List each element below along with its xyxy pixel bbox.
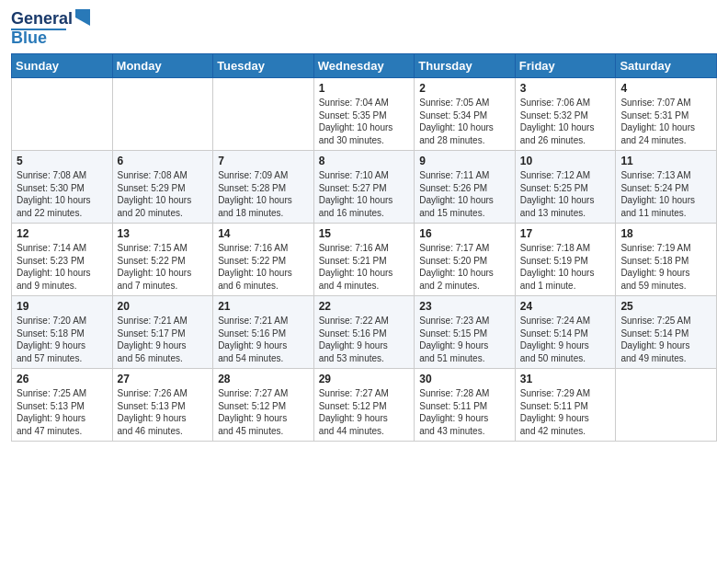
day-of-week-header: Saturday xyxy=(616,54,717,78)
calendar-day-cell: 15Sunrise: 7:16 AMSunset: 5:21 PMDayligh… xyxy=(313,224,415,296)
calendar-day-cell: 11Sunrise: 7:13 AMSunset: 5:24 PMDayligh… xyxy=(616,151,717,224)
calendar-day-cell xyxy=(616,369,717,442)
day-info: Sunrise: 7:11 AMSunset: 5:26 PMDaylight:… xyxy=(419,169,510,219)
calendar-day-cell: 27Sunrise: 7:26 AMSunset: 5:13 PMDayligh… xyxy=(112,369,213,442)
calendar-day-cell: 3Sunrise: 7:06 AMSunset: 5:32 PMDaylight… xyxy=(515,78,616,151)
calendar-day-cell xyxy=(12,78,113,151)
svg-marker-0 xyxy=(75,9,90,26)
day-number: 15 xyxy=(319,227,410,240)
day-of-week-header: Thursday xyxy=(415,54,516,78)
day-number: 1 xyxy=(319,82,410,95)
calendar-day-cell: 25Sunrise: 7:25 AMSunset: 5:14 PMDayligh… xyxy=(616,296,717,369)
day-info: Sunrise: 7:07 AMSunset: 5:31 PMDaylight:… xyxy=(620,97,711,146)
calendar-day-cell: 24Sunrise: 7:24 AMSunset: 5:14 PMDayligh… xyxy=(515,296,616,369)
day-number: 26 xyxy=(17,373,108,385)
day-info: Sunrise: 7:05 AMSunset: 5:34 PMDaylight:… xyxy=(419,97,510,146)
day-info: Sunrise: 7:29 AMSunset: 5:11 PMDaylight:… xyxy=(520,387,611,437)
day-number: 5 xyxy=(17,155,108,167)
day-number: 25 xyxy=(620,300,711,313)
day-number: 22 xyxy=(319,300,410,313)
day-info: Sunrise: 7:08 AMSunset: 5:30 PMDaylight:… xyxy=(17,169,108,219)
day-number: 6 xyxy=(118,155,209,167)
calendar-day-cell: 30Sunrise: 7:28 AMSunset: 5:11 PMDayligh… xyxy=(415,369,516,442)
day-number: 21 xyxy=(218,300,309,313)
day-info: Sunrise: 7:27 AMSunset: 5:12 PMDaylight:… xyxy=(218,387,309,437)
calendar-day-cell: 9Sunrise: 7:11 AMSunset: 5:26 PMDaylight… xyxy=(415,151,516,224)
day-info: Sunrise: 7:25 AMSunset: 5:13 PMDaylight:… xyxy=(17,387,108,437)
day-info: Sunrise: 7:06 AMSunset: 5:32 PMDaylight:… xyxy=(520,97,611,146)
calendar-day-cell: 26Sunrise: 7:25 AMSunset: 5:13 PMDayligh… xyxy=(12,369,113,442)
day-number: 24 xyxy=(520,300,611,313)
calendar-day-cell: 12Sunrise: 7:14 AMSunset: 5:23 PMDayligh… xyxy=(12,224,113,296)
day-info: Sunrise: 7:15 AMSunset: 5:22 PMDaylight:… xyxy=(118,242,209,292)
logo-flag-icon xyxy=(74,9,90,28)
day-info: Sunrise: 7:25 AMSunset: 5:14 PMDaylight:… xyxy=(620,315,711,364)
day-number: 28 xyxy=(218,373,309,385)
day-number: 18 xyxy=(620,227,711,240)
day-number: 9 xyxy=(419,155,510,167)
day-info: Sunrise: 7:26 AMSunset: 5:13 PMDaylight:… xyxy=(118,387,209,437)
day-number: 23 xyxy=(419,300,510,313)
calendar-container: General Blue SundayMondayTuesdayWednesda… xyxy=(0,0,728,453)
day-number: 8 xyxy=(319,155,410,167)
day-number: 10 xyxy=(520,155,611,167)
day-of-week-header: Tuesday xyxy=(213,54,314,78)
calendar-day-cell: 2Sunrise: 7:05 AMSunset: 5:34 PMDaylight… xyxy=(415,78,516,151)
calendar-week-row: 19Sunrise: 7:20 AMSunset: 5:18 PMDayligh… xyxy=(12,296,717,369)
calendar-day-cell: 10Sunrise: 7:12 AMSunset: 5:25 PMDayligh… xyxy=(515,151,616,224)
calendar-week-row: 1Sunrise: 7:04 AMSunset: 5:35 PMDaylight… xyxy=(12,78,717,151)
day-number: 7 xyxy=(218,155,309,167)
logo-general-text: General xyxy=(11,9,73,29)
day-info: Sunrise: 7:21 AMSunset: 5:16 PMDaylight:… xyxy=(218,315,309,364)
day-number: 2 xyxy=(419,82,510,95)
calendar-day-cell: 28Sunrise: 7:27 AMSunset: 5:12 PMDayligh… xyxy=(213,369,314,442)
calendar-day-cell: 31Sunrise: 7:29 AMSunset: 5:11 PMDayligh… xyxy=(515,369,616,442)
day-info: Sunrise: 7:04 AMSunset: 5:35 PMDaylight:… xyxy=(319,97,410,146)
day-number: 16 xyxy=(419,227,510,240)
calendar-table: SundayMondayTuesdayWednesdayThursdayFrid… xyxy=(11,53,717,442)
day-info: Sunrise: 7:20 AMSunset: 5:18 PMDaylight:… xyxy=(17,315,108,364)
day-of-week-header: Friday xyxy=(515,54,616,78)
calendar-week-row: 12Sunrise: 7:14 AMSunset: 5:23 PMDayligh… xyxy=(12,224,717,296)
day-of-week-header: Monday xyxy=(112,54,213,78)
day-number: 4 xyxy=(620,82,711,95)
day-info: Sunrise: 7:28 AMSunset: 5:11 PMDaylight:… xyxy=(419,387,510,437)
day-number: 12 xyxy=(17,227,108,240)
day-info: Sunrise: 7:18 AMSunset: 5:19 PMDaylight:… xyxy=(520,242,611,292)
logo-blue-text: Blue xyxy=(11,29,47,48)
calendar-day-cell: 4Sunrise: 7:07 AMSunset: 5:31 PMDaylight… xyxy=(616,78,717,151)
calendar-day-cell: 7Sunrise: 7:09 AMSunset: 5:28 PMDaylight… xyxy=(213,151,314,224)
day-number: 13 xyxy=(118,227,209,240)
calendar-day-cell: 22Sunrise: 7:22 AMSunset: 5:16 PMDayligh… xyxy=(313,296,415,369)
calendar-day-cell: 1Sunrise: 7:04 AMSunset: 5:35 PMDaylight… xyxy=(313,78,415,151)
calendar-day-cell: 19Sunrise: 7:20 AMSunset: 5:18 PMDayligh… xyxy=(12,296,113,369)
day-number: 27 xyxy=(118,373,209,385)
day-info: Sunrise: 7:27 AMSunset: 5:12 PMDaylight:… xyxy=(319,387,410,437)
calendar-header-row: SundayMondayTuesdayWednesdayThursdayFrid… xyxy=(12,54,717,78)
calendar-day-cell: 21Sunrise: 7:21 AMSunset: 5:16 PMDayligh… xyxy=(213,296,314,369)
logo: General Blue xyxy=(11,9,90,48)
calendar-day-cell: 14Sunrise: 7:16 AMSunset: 5:22 PMDayligh… xyxy=(213,224,314,296)
calendar-day-cell: 16Sunrise: 7:17 AMSunset: 5:20 PMDayligh… xyxy=(415,224,516,296)
day-info: Sunrise: 7:16 AMSunset: 5:21 PMDaylight:… xyxy=(319,242,410,292)
day-info: Sunrise: 7:10 AMSunset: 5:27 PMDaylight:… xyxy=(319,169,410,219)
day-info: Sunrise: 7:08 AMSunset: 5:29 PMDaylight:… xyxy=(118,169,209,219)
day-info: Sunrise: 7:17 AMSunset: 5:20 PMDaylight:… xyxy=(419,242,510,292)
day-number: 31 xyxy=(520,373,611,385)
day-info: Sunrise: 7:22 AMSunset: 5:16 PMDaylight:… xyxy=(319,315,410,364)
calendar-day-cell: 13Sunrise: 7:15 AMSunset: 5:22 PMDayligh… xyxy=(112,224,213,296)
calendar-day-cell xyxy=(112,78,213,151)
day-info: Sunrise: 7:13 AMSunset: 5:24 PMDaylight:… xyxy=(620,169,711,219)
day-number: 3 xyxy=(520,82,611,95)
day-info: Sunrise: 7:23 AMSunset: 5:15 PMDaylight:… xyxy=(419,315,510,364)
calendar-day-cell: 29Sunrise: 7:27 AMSunset: 5:12 PMDayligh… xyxy=(313,369,415,442)
day-of-week-header: Sunday xyxy=(12,54,113,78)
calendar-header: General Blue xyxy=(11,9,717,48)
day-info: Sunrise: 7:24 AMSunset: 5:14 PMDaylight:… xyxy=(520,315,611,364)
day-info: Sunrise: 7:19 AMSunset: 5:18 PMDaylight:… xyxy=(620,242,711,292)
day-number: 20 xyxy=(118,300,209,313)
day-number: 14 xyxy=(218,227,309,240)
calendar-week-row: 5Sunrise: 7:08 AMSunset: 5:30 PMDaylight… xyxy=(12,151,717,224)
calendar-week-row: 26Sunrise: 7:25 AMSunset: 5:13 PMDayligh… xyxy=(12,369,717,442)
calendar-day-cell: 23Sunrise: 7:23 AMSunset: 5:15 PMDayligh… xyxy=(415,296,516,369)
